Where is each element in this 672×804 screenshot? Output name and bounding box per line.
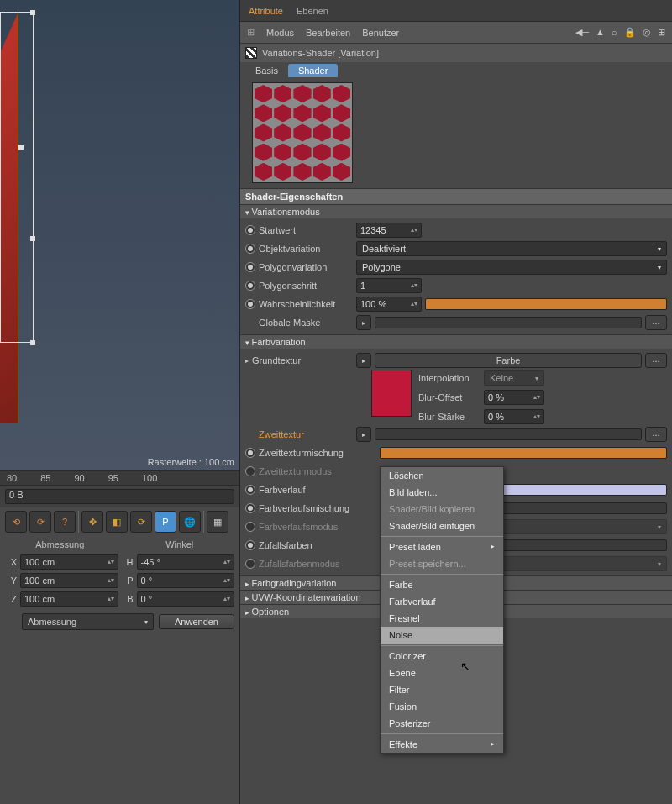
- col-dimension: Abmessung: [0, 539, 120, 549]
- radio-polygonvariation[interactable]: [245, 262, 255, 272]
- tab-ebenen[interactable]: Ebenen: [293, 3, 332, 21]
- dropdown-objektvariation[interactable]: Deaktiviert▾: [356, 241, 667, 256]
- menu-separator: [381, 574, 503, 575]
- menu-item-loeschen[interactable]: Löschen: [381, 467, 503, 484]
- input-blur-staerke[interactable]: 0 %▴▾: [484, 409, 544, 424]
- p-angle-input[interactable]: 0 °▴▾: [137, 573, 235, 588]
- menu-item-farbverlauf[interactable]: Farbverlauf: [381, 593, 503, 610]
- z-dimension-input[interactable]: 100 cm▴▾: [20, 591, 118, 607]
- input-blur-offset[interactable]: 0 %▴▾: [484, 390, 544, 405]
- frame-field[interactable]: 0 B: [5, 489, 234, 504]
- expand-zweittextur[interactable]: ▸: [356, 427, 371, 442]
- color-swatch[interactable]: [371, 370, 412, 417]
- menu-item-posterizer[interactable]: Posterizer: [381, 715, 503, 732]
- label-zweittexturmodus: Zweittexturmodus: [259, 466, 376, 476]
- group-farbvariation[interactable]: Farbvariation: [240, 334, 672, 349]
- menu-item-colorizer[interactable]: Colorizer: [381, 648, 503, 665]
- tick: 85: [40, 473, 50, 483]
- separator: [203, 511, 204, 533]
- menu-item-preset-speichern[interactable]: Preset speichern...: [381, 555, 503, 572]
- handle[interactable]: [18, 145, 24, 150]
- h-angle-input[interactable]: -45 °▴▾: [137, 554, 235, 570]
- menu-item-fresnel[interactable]: Fresnel: [381, 610, 503, 627]
- y-dimension-input[interactable]: 100 cm▴▾: [20, 573, 118, 588]
- radio-wahrscheinlichkeit[interactable]: [245, 299, 255, 309]
- viewport-3d[interactable]: Rasterweite : 100 cm: [0, 0, 239, 470]
- lock-icon[interactable]: 🔒: [624, 27, 636, 38]
- label-blur-offset: Blur-Offset: [418, 392, 480, 402]
- input-startwert[interactable]: 12345▴▾: [356, 223, 422, 238]
- slider-wahrscheinlichkeit[interactable]: [425, 298, 667, 310]
- world-tool-icon[interactable]: 🌐: [179, 511, 201, 533]
- input-wahrscheinlichkeit[interactable]: 100 %▴▾: [356, 297, 422, 312]
- help-icon[interactable]: ?: [54, 511, 76, 533]
- mode-dropdown[interactable]: Abmessung▾: [22, 613, 154, 630]
- label-farbverlaufsmodus: Farbverlaufsmodus: [259, 522, 376, 532]
- radio-farbverlauf[interactable]: [245, 485, 255, 495]
- grid-icon[interactable]: ⊞: [247, 27, 255, 38]
- menu-item-noise[interactable]: Noise: [381, 627, 503, 644]
- more-grundtextur[interactable]: ...: [645, 353, 667, 368]
- search-icon[interactable]: ⌕: [612, 27, 617, 38]
- menu-item-fusion[interactable]: Fusion: [381, 698, 503, 715]
- subtab-basis[interactable]: Basis: [245, 64, 288, 77]
- undo-icon[interactable]: ⟲: [5, 511, 27, 533]
- rotate-tool-icon[interactable]: ⟳: [130, 511, 152, 533]
- expand-globale-maske[interactable]: ▸: [356, 315, 371, 330]
- handle[interactable]: [30, 340, 35, 345]
- radio-zweitmischung[interactable]: [245, 448, 255, 458]
- label-interpolation: Interpolation: [418, 373, 480, 383]
- input-polygonschritt[interactable]: 1▴▾: [356, 278, 422, 293]
- more-zweittextur[interactable]: ...: [645, 427, 667, 442]
- field-zweittextur[interactable]: [375, 428, 642, 440]
- radio-zufallsfarbenmodus[interactable]: [245, 559, 255, 569]
- redo-icon[interactable]: ⟳: [29, 511, 51, 533]
- shader-preview[interactable]: [252, 82, 353, 183]
- x-dimension-input[interactable]: 100 cm▴▾: [20, 554, 118, 570]
- b-angle-input[interactable]: 0 °▴▾: [137, 591, 235, 607]
- menu-item-preset-laden[interactable]: Preset laden: [381, 539, 503, 555]
- menu-modus[interactable]: Modus: [266, 28, 294, 38]
- menu-item-farbe[interactable]: Farbe: [381, 576, 503, 593]
- handle[interactable]: [30, 10, 35, 15]
- subtab-shader[interactable]: Shader: [288, 64, 338, 77]
- menu-item-shader-einfuegen[interactable]: Shader/Bild einfügen: [381, 518, 503, 534]
- menu-benutzer[interactable]: Benutzer: [362, 28, 399, 38]
- new-window-icon[interactable]: ⊞: [658, 27, 665, 38]
- menu-item-bild-laden[interactable]: Bild laden...: [381, 484, 503, 501]
- radio-zweitmodus[interactable]: [245, 466, 255, 476]
- axis-tool-icon[interactable]: P: [155, 511, 176, 533]
- move-tool-icon[interactable]: ✥: [81, 511, 103, 533]
- timeline-ruler[interactable]: 80 85 90 95 100: [0, 471, 239, 486]
- tab-attribute[interactable]: Attribute: [245, 3, 286, 21]
- button-grundtextur-farbe[interactable]: Farbe: [375, 353, 642, 368]
- menu-item-ebene[interactable]: Ebene: [381, 665, 503, 681]
- filmstrip-icon[interactable]: ▦: [207, 511, 228, 533]
- field-globale-maske[interactable]: [375, 317, 642, 328]
- handle[interactable]: [30, 236, 35, 241]
- nav-back-icon[interactable]: ◀─: [575, 27, 589, 38]
- menu-bearbeiten[interactable]: Bearbeiten: [306, 28, 350, 38]
- target-icon[interactable]: ◎: [643, 27, 651, 38]
- menu-item-effekte[interactable]: Effekte: [381, 736, 503, 753]
- label-blur-staerke: Blur-Stärke: [418, 412, 480, 422]
- apply-button[interactable]: Anwenden: [159, 614, 234, 629]
- radio-startwert[interactable]: [245, 225, 255, 235]
- dropdown-interpolation[interactable]: Keine▾: [484, 370, 544, 386]
- section-shader-props: Shader-Eigenschaften: [240, 188, 672, 204]
- radio-farbverlaufsmodus[interactable]: [245, 522, 255, 532]
- scale-tool-icon[interactable]: ◧: [106, 511, 128, 533]
- nav-up-icon[interactable]: ▲: [596, 27, 605, 38]
- radio-objektvariation[interactable]: [245, 244, 255, 254]
- radio-farbverlaufsmischung[interactable]: [245, 503, 255, 513]
- more-globale-maske[interactable]: ...: [645, 315, 667, 330]
- menu-item-filter[interactable]: Filter: [381, 681, 503, 698]
- label-zweittexturmischung: Zweittexturmischung: [259, 448, 376, 458]
- group-variationsmodus[interactable]: Variationsmodus: [240, 204, 672, 218]
- expand-grundtextur[interactable]: ▸: [356, 353, 371, 368]
- radio-polygonschritt[interactable]: [245, 281, 255, 291]
- menu-item-shader-kopieren[interactable]: Shader/Bild kopieren: [381, 501, 503, 518]
- radio-zufallsfarben[interactable]: [245, 540, 255, 550]
- dropdown-polygonvariation[interactable]: Polygone▾: [356, 260, 667, 275]
- slider-zweittexturmischung[interactable]: [380, 447, 667, 459]
